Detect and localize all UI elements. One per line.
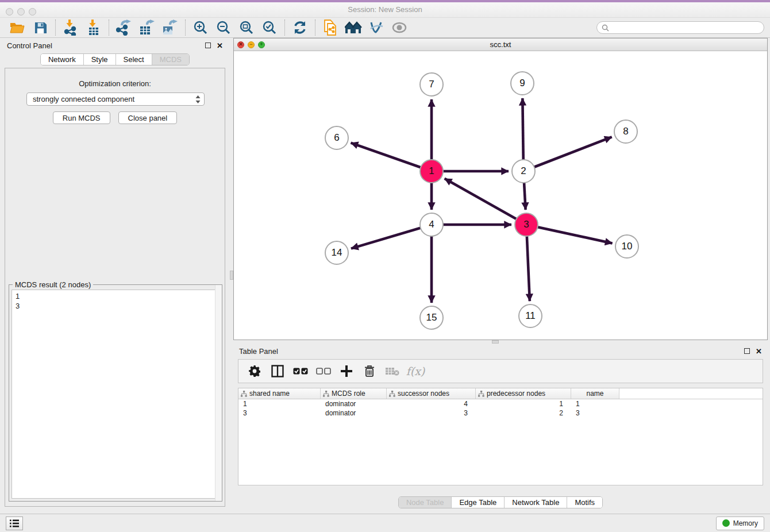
select-all-icon[interactable] bbox=[290, 362, 311, 380]
search-box[interactable] bbox=[596, 21, 764, 34]
column-header-name[interactable]: name bbox=[571, 388, 619, 399]
gear-icon[interactable] bbox=[244, 362, 265, 380]
open-folder-icon[interactable] bbox=[6, 19, 29, 36]
cell-predecessor-nodes[interactable]: 1 bbox=[476, 400, 571, 408]
close-network-button[interactable]: ✕ bbox=[237, 41, 244, 48]
zoom-selected-icon[interactable] bbox=[258, 19, 281, 36]
node-table[interactable]: shared name MCDS role successor nodes pr… bbox=[238, 388, 763, 485]
eye-icon[interactable] bbox=[388, 19, 411, 36]
export-table-icon[interactable] bbox=[136, 19, 159, 36]
task-history-button[interactable] bbox=[6, 516, 23, 530]
cell-name[interactable]: 1 bbox=[571, 400, 619, 408]
graph-node-6[interactable]: 6 bbox=[325, 126, 349, 150]
window-controls[interactable] bbox=[6, 8, 36, 16]
graph-edge-2-8[interactable] bbox=[523, 137, 612, 171]
delete-table-icon bbox=[382, 362, 403, 380]
network-window-controls[interactable]: ✕ − + bbox=[237, 41, 265, 48]
network-canvas[interactable]: 7968124314101511 bbox=[234, 51, 767, 340]
graph-edge-1-6[interactable] bbox=[351, 143, 432, 171]
tab-edge-table[interactable]: Edge Table bbox=[452, 497, 505, 508]
refresh-icon[interactable] bbox=[288, 19, 311, 36]
tab-node-table[interactable]: Node Table bbox=[399, 497, 452, 508]
tab-mcds[interactable]: MCDS bbox=[152, 54, 189, 65]
copy-network-icon[interactable] bbox=[319, 19, 342, 36]
zoom-window-button[interactable] bbox=[29, 8, 36, 16]
network-window-titlebar[interactable]: ✕ − + scc.txt bbox=[234, 38, 767, 51]
cell-successor-nodes[interactable]: 3 bbox=[387, 409, 476, 417]
tab-style[interactable]: Style bbox=[84, 54, 116, 65]
maximize-network-button[interactable]: + bbox=[258, 41, 265, 48]
control-panel-header: Control Panel ✕ bbox=[0, 38, 230, 53]
export-network-icon[interactable] bbox=[113, 19, 136, 36]
memory-label: Memory bbox=[733, 519, 758, 527]
graph-node-4[interactable]: 4 bbox=[419, 213, 444, 237]
tab-network-table[interactable]: Network Table bbox=[505, 497, 567, 508]
column-header-predecessor-nodes[interactable]: predecessor nodes bbox=[476, 388, 571, 399]
network-view-window: ✕ − + scc.txt 7968124314101511 bbox=[233, 38, 768, 340]
import-network-icon[interactable] bbox=[59, 19, 82, 36]
optimization-criterion-label: Optimization criterion: bbox=[5, 79, 225, 88]
graph-node-9[interactable]: 9 bbox=[510, 71, 534, 95]
close-panel-button[interactable]: Close panel bbox=[118, 111, 178, 124]
session-title: Session: New Session bbox=[0, 2, 770, 17]
cell-shared-name[interactable]: 1 bbox=[238, 400, 321, 408]
graph-node-3[interactable]: 3 bbox=[514, 213, 538, 237]
network-window-title: scc.txt bbox=[234, 40, 767, 49]
graph-node-15[interactable]: 15 bbox=[419, 306, 444, 330]
column-header-shared-name[interactable]: shared name bbox=[238, 388, 321, 399]
table-row[interactable]: 3 dominator 3 2 3 bbox=[238, 408, 763, 418]
cell-mcds-role[interactable]: dominator bbox=[321, 400, 387, 408]
close-window-button[interactable] bbox=[6, 8, 13, 16]
cell-name[interactable]: 3 bbox=[571, 409, 619, 417]
deselect-all-icon[interactable] bbox=[313, 362, 334, 380]
search-icon bbox=[602, 24, 609, 32]
mcds-result-scrollbar[interactable] bbox=[215, 285, 222, 501]
home-icon[interactable] bbox=[342, 19, 365, 36]
zoom-out-icon[interactable] bbox=[212, 19, 235, 36]
columns-icon[interactable] bbox=[267, 362, 288, 380]
zoom-fit-icon[interactable] bbox=[235, 19, 258, 36]
close-panel-icon[interactable]: ✕ bbox=[217, 41, 223, 50]
graph-edge-3-10[interactable] bbox=[526, 225, 613, 243]
minimize-window-button[interactable] bbox=[17, 8, 25, 16]
float-panel-icon[interactable] bbox=[744, 348, 750, 354]
float-panel-icon[interactable] bbox=[205, 43, 211, 48]
graph-node-1[interactable]: 1 bbox=[419, 159, 444, 183]
column-header-mcds-role[interactable]: MCDS role bbox=[321, 388, 387, 399]
graph-node-7[interactable]: 7 bbox=[419, 72, 444, 97]
trash-icon[interactable] bbox=[359, 362, 380, 380]
app-titlebar: Session: New Session bbox=[0, 2, 770, 17]
mcds-result-group: MCDS result (2 nodes) 1 3 bbox=[9, 284, 222, 502]
tab-network[interactable]: Network bbox=[41, 54, 84, 65]
graph-node-8[interactable]: 8 bbox=[614, 119, 638, 144]
run-mcds-button[interactable]: Run MCDS bbox=[53, 111, 110, 124]
import-table-icon[interactable] bbox=[82, 19, 105, 36]
zoom-in-icon[interactable] bbox=[189, 19, 212, 36]
tab-select[interactable]: Select bbox=[116, 54, 152, 65]
save-icon[interactable] bbox=[29, 19, 52, 36]
cell-shared-name[interactable]: 3 bbox=[238, 409, 321, 417]
list-icon bbox=[10, 519, 19, 527]
graph-node-14[interactable]: 14 bbox=[325, 241, 349, 265]
function-icon: f(x) bbox=[405, 362, 426, 380]
cell-mcds-role[interactable]: dominator bbox=[321, 409, 387, 417]
cell-predecessor-nodes[interactable]: 2 bbox=[476, 409, 571, 417]
graph-node-2[interactable]: 2 bbox=[511, 159, 536, 183]
graph-edge-3-1[interactable] bbox=[445, 179, 526, 225]
export-image-icon[interactable] bbox=[159, 19, 182, 36]
search-input[interactable] bbox=[612, 24, 759, 32]
memory-button[interactable]: Memory bbox=[716, 516, 764, 530]
tab-motifs[interactable]: Motifs bbox=[567, 497, 602, 508]
mcds-result-text[interactable]: 1 3 bbox=[11, 290, 220, 499]
graph-node-10[interactable]: 10 bbox=[615, 234, 639, 259]
close-panel-icon[interactable]: ✕ bbox=[756, 347, 762, 356]
vizmapper-icon[interactable] bbox=[365, 19, 388, 36]
table-row[interactable]: 1 dominator 4 1 1 bbox=[238, 399, 763, 408]
optimization-criterion-select[interactable]: strongly connected component bbox=[26, 92, 205, 106]
cell-successor-nodes[interactable]: 4 bbox=[387, 400, 476, 408]
column-header-successor-nodes[interactable]: successor nodes bbox=[387, 388, 476, 399]
minimize-network-button[interactable]: − bbox=[248, 41, 255, 48]
plus-icon[interactable] bbox=[336, 362, 357, 380]
control-panel-title: Control Panel bbox=[7, 41, 52, 50]
graph-node-11[interactable]: 11 bbox=[518, 304, 542, 328]
